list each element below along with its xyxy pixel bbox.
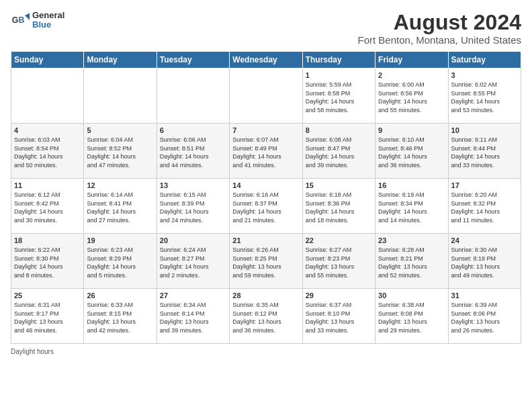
calendar-table: SundayMondayTuesdayWednesdayThursdayFrid… <box>11 51 521 344</box>
header: G B General Blue August 2024 Fort Benton… <box>11 11 521 46</box>
calendar-cell: 21Sunrise: 6:26 AM Sunset: 8:25 PM Dayli… <box>230 234 302 289</box>
calendar-cell: 7Sunrise: 6:07 AM Sunset: 8:49 PM Daylig… <box>230 124 302 179</box>
day-number: 3 <box>451 71 518 79</box>
weekday-header-wednesday: Wednesday <box>230 52 302 68</box>
logo-line1: General <box>32 11 64 20</box>
calendar-cell: 16Sunrise: 6:19 AM Sunset: 8:34 PM Dayli… <box>375 179 448 234</box>
day-info: Sunrise: 6:08 AM Sunset: 8:47 PM Dayligh… <box>306 136 372 169</box>
day-number: 19 <box>87 236 153 244</box>
day-number: 31 <box>451 291 518 300</box>
day-number: 30 <box>378 291 445 300</box>
weekday-header-saturday: Saturday <box>448 52 521 68</box>
calendar-cell: 28Sunrise: 6:35 AM Sunset: 8:12 PM Dayli… <box>230 289 302 344</box>
day-number: 23 <box>378 236 445 244</box>
calendar-week-5: 25Sunrise: 6:31 AM Sunset: 8:17 PM Dayli… <box>11 289 521 344</box>
logo: G B General Blue <box>11 11 64 30</box>
weekday-header-thursday: Thursday <box>302 52 375 68</box>
day-number: 20 <box>160 236 226 244</box>
footer-note: Daylight hours <box>11 348 521 355</box>
calendar-cell: 30Sunrise: 6:38 AM Sunset: 8:08 PM Dayli… <box>375 289 448 344</box>
day-info: Sunrise: 6:12 AM Sunset: 8:42 PM Dayligh… <box>14 191 81 224</box>
header-row: SundayMondayTuesdayWednesdayThursdayFrid… <box>11 52 521 68</box>
calendar-cell: 31Sunrise: 6:39 AM Sunset: 8:06 PM Dayli… <box>448 289 521 344</box>
calendar-cell: 19Sunrise: 6:23 AM Sunset: 8:29 PM Dayli… <box>84 234 157 289</box>
day-info: Sunrise: 6:35 AM Sunset: 8:12 PM Dayligh… <box>232 301 299 334</box>
day-number: 29 <box>306 291 372 300</box>
day-number: 8 <box>306 126 372 134</box>
svg-text:B: B <box>18 15 24 25</box>
day-number: 18 <box>14 236 81 244</box>
weekday-header-tuesday: Tuesday <box>157 52 229 68</box>
day-info: Sunrise: 6:39 AM Sunset: 8:06 PM Dayligh… <box>451 301 518 334</box>
weekday-header-monday: Monday <box>84 52 157 68</box>
calendar-cell: 13Sunrise: 6:15 AM Sunset: 8:39 PM Dayli… <box>157 179 229 234</box>
day-number: 14 <box>232 181 299 189</box>
calendar-cell: 6Sunrise: 6:06 AM Sunset: 8:51 PM Daylig… <box>157 124 229 179</box>
day-info: Sunrise: 6:06 AM Sunset: 8:51 PM Dayligh… <box>160 136 226 169</box>
day-number: 15 <box>306 181 372 189</box>
day-number: 28 <box>232 291 299 300</box>
calendar-cell: 1Sunrise: 5:59 AM Sunset: 8:58 PM Daylig… <box>302 68 375 124</box>
day-info: Sunrise: 6:24 AM Sunset: 8:27 PM Dayligh… <box>160 246 226 279</box>
calendar-week-3: 11Sunrise: 6:12 AM Sunset: 8:42 PM Dayli… <box>11 179 521 234</box>
page: G B General Blue August 2024 Fort Benton… <box>0 0 532 411</box>
day-number: 4 <box>14 126 81 134</box>
logo-icon: G B <box>11 11 30 30</box>
day-info: Sunrise: 6:28 AM Sunset: 8:21 PM Dayligh… <box>378 246 445 279</box>
calendar-cell: 8Sunrise: 6:08 AM Sunset: 8:47 PM Daylig… <box>302 124 375 179</box>
day-info: Sunrise: 6:04 AM Sunset: 8:52 PM Dayligh… <box>87 136 153 169</box>
calendar-cell: 18Sunrise: 6:22 AM Sunset: 8:30 PM Dayli… <box>11 234 84 289</box>
day-number: 1 <box>306 71 372 79</box>
calendar-cell: 29Sunrise: 6:37 AM Sunset: 8:10 PM Dayli… <box>302 289 375 344</box>
day-info: Sunrise: 6:33 AM Sunset: 8:15 PM Dayligh… <box>87 301 153 334</box>
day-number: 11 <box>14 181 81 189</box>
day-number: 22 <box>306 236 372 244</box>
day-number: 17 <box>451 181 518 189</box>
calendar-cell: 5Sunrise: 6:04 AM Sunset: 8:52 PM Daylig… <box>84 124 157 179</box>
day-info: Sunrise: 6:11 AM Sunset: 8:44 PM Dayligh… <box>451 136 518 169</box>
calendar-week-4: 18Sunrise: 6:22 AM Sunset: 8:30 PM Dayli… <box>11 234 521 289</box>
calendar-cell: 4Sunrise: 6:03 AM Sunset: 8:54 PM Daylig… <box>11 124 84 179</box>
day-info: Sunrise: 6:26 AM Sunset: 8:25 PM Dayligh… <box>232 246 299 279</box>
day-info: Sunrise: 6:16 AM Sunset: 8:37 PM Dayligh… <box>232 191 299 224</box>
day-info: Sunrise: 6:00 AM Sunset: 8:56 PM Dayligh… <box>378 81 445 114</box>
calendar-subtitle: Fort Benton, Montana, United States <box>358 34 521 46</box>
day-info: Sunrise: 6:22 AM Sunset: 8:30 PM Dayligh… <box>14 246 81 279</box>
day-number: 16 <box>378 181 445 189</box>
calendar-cell: 23Sunrise: 6:28 AM Sunset: 8:21 PM Dayli… <box>375 234 448 289</box>
logo-line2: Blue <box>32 20 64 30</box>
calendar-title: August 2024 <box>358 11 521 34</box>
day-number: 10 <box>451 126 518 134</box>
day-info: Sunrise: 6:20 AM Sunset: 8:32 PM Dayligh… <box>451 191 518 224</box>
calendar-cell <box>84 68 157 124</box>
day-number: 6 <box>160 126 226 134</box>
day-number: 7 <box>232 126 299 134</box>
calendar-week-2: 4Sunrise: 6:03 AM Sunset: 8:54 PM Daylig… <box>11 124 521 179</box>
title-block: August 2024 Fort Benton, Montana, United… <box>358 11 521 46</box>
day-info: Sunrise: 6:14 AM Sunset: 8:41 PM Dayligh… <box>87 191 153 224</box>
day-info: Sunrise: 6:30 AM Sunset: 8:19 PM Dayligh… <box>451 246 518 279</box>
day-info: Sunrise: 6:02 AM Sunset: 8:55 PM Dayligh… <box>451 81 518 114</box>
day-info: Sunrise: 5:59 AM Sunset: 8:58 PM Dayligh… <box>306 81 372 114</box>
svg-text:G: G <box>12 15 19 25</box>
calendar-cell: 11Sunrise: 6:12 AM Sunset: 8:42 PM Dayli… <box>11 179 84 234</box>
calendar-body: 1Sunrise: 5:59 AM Sunset: 8:58 PM Daylig… <box>11 68 521 344</box>
logo-text: General Blue <box>32 11 64 30</box>
day-number: 13 <box>160 181 226 189</box>
day-info: Sunrise: 6:03 AM Sunset: 8:54 PM Dayligh… <box>14 136 81 169</box>
calendar-cell: 25Sunrise: 6:31 AM Sunset: 8:17 PM Dayli… <box>11 289 84 344</box>
calendar-cell <box>157 68 229 124</box>
calendar-cell <box>230 68 302 124</box>
day-info: Sunrise: 6:34 AM Sunset: 8:14 PM Dayligh… <box>160 301 226 334</box>
day-info: Sunrise: 6:31 AM Sunset: 8:17 PM Dayligh… <box>14 301 81 334</box>
calendar-cell: 10Sunrise: 6:11 AM Sunset: 8:44 PM Dayli… <box>448 124 521 179</box>
calendar-cell <box>11 68 84 124</box>
calendar-cell: 3Sunrise: 6:02 AM Sunset: 8:55 PM Daylig… <box>448 68 521 124</box>
day-number: 9 <box>378 126 445 134</box>
day-number: 2 <box>378 71 445 79</box>
day-info: Sunrise: 6:15 AM Sunset: 8:39 PM Dayligh… <box>160 191 226 224</box>
day-info: Sunrise: 6:23 AM Sunset: 8:29 PM Dayligh… <box>87 246 153 279</box>
calendar-cell: 17Sunrise: 6:20 AM Sunset: 8:32 PM Dayli… <box>448 179 521 234</box>
calendar-cell: 20Sunrise: 6:24 AM Sunset: 8:27 PM Dayli… <box>157 234 229 289</box>
weekday-header-sunday: Sunday <box>11 52 84 68</box>
